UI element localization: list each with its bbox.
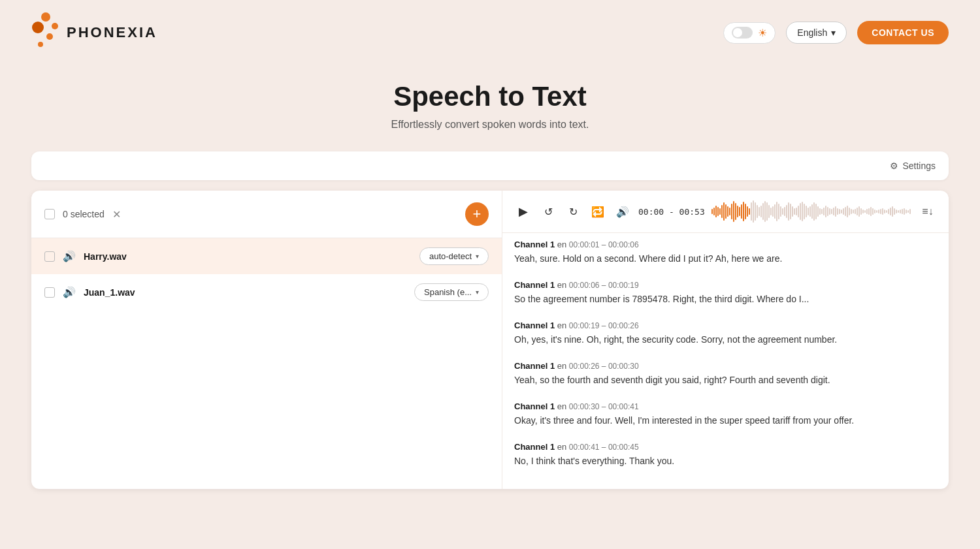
header-right: ☀ English ▾ CONTACT US (723, 21, 949, 44)
transcript-scroll-area[interactable]: Channel 1 en 00:00:01 – 00:00:06 Yeah, s… (502, 233, 949, 489)
header: PHONEXIA ☀ English ▾ CONTACT US (0, 0, 980, 65)
file-item-left: 🔊 Harry.wav (44, 250, 127, 262)
svg-point-3 (46, 33, 53, 40)
audio-file-icon: 🔊 (63, 286, 76, 298)
transcript-entry: Channel 1 en 00:00:41 – 00:00:45 No, I t… (514, 442, 949, 468)
channel-label: Channel 1 (514, 442, 555, 452)
lang-code: en (557, 321, 569, 330)
lang-code: en (557, 442, 569, 452)
transcript-panel: ▶ ↺ ↻ 🔁 🔊 00:00 - 00:53 ≡↓ Channel 1 en … (502, 191, 949, 489)
selected-count: 0 selected (63, 209, 105, 219)
file-item: 🔊 Juan_1.wav Spanish (e... ▾ (31, 274, 502, 310)
settings-bar: ⚙ Settings (31, 151, 949, 180)
channel-label: Channel 1 (514, 240, 555, 249)
time-range: 00:00:30 – 00:00:41 (569, 402, 639, 411)
svg-point-2 (32, 22, 44, 33)
contact-us-button[interactable]: CONTACT US (857, 21, 949, 44)
transcript-meta: Channel 1 en 00:00:01 – 00:00:06 (514, 240, 937, 249)
transcript-text: So the agreement number is 7895478. Righ… (514, 292, 937, 306)
clear-selection-icon[interactable]: ✕ (112, 208, 121, 221)
lang-code: en (557, 280, 569, 290)
file-checkbox-0[interactable] (44, 251, 55, 262)
forward-button[interactable]: ↻ (564, 202, 582, 221)
audio-controls: ▶ ↺ ↻ 🔁 🔊 00:00 - 00:53 ≡↓ (502, 191, 949, 233)
transcript-meta: Channel 1 en 00:00:19 – 00:00:26 (514, 321, 937, 330)
sun-icon: ☀ (758, 27, 767, 39)
file-name-1: Juan_1.wav (84, 287, 135, 298)
waveform (711, 200, 912, 223)
toggle-switch (732, 27, 753, 39)
transcript-entry: Channel 1 en 00:00:06 – 00:00:19 So the … (514, 280, 949, 306)
file-panel-header: 0 selected ✕ + (31, 191, 502, 238)
play-button[interactable]: ▶ (514, 202, 532, 221)
add-file-button[interactable]: + (465, 202, 489, 226)
file-checkbox-1[interactable] (44, 287, 55, 298)
lang-badge-0[interactable]: auto-detect ▾ (419, 247, 489, 265)
logo-icon (31, 10, 60, 55)
svg-point-4 (38, 42, 43, 47)
select-all-checkbox[interactable] (44, 209, 55, 219)
transcript-text: Yeah, sure. Hold on a second. Where did … (514, 252, 937, 266)
volume-button[interactable]: 🔊 (613, 202, 632, 221)
svg-point-0 (41, 12, 50, 22)
channel-label: Channel 1 (514, 401, 555, 411)
page-subtitle: Effortlessly convert spoken words into t… (0, 119, 980, 131)
gear-icon: ⚙ (890, 161, 898, 171)
time-range: 00:00:19 – 00:00:26 (569, 321, 639, 330)
transcript-text: No, I think that's everything. Thank you… (514, 454, 937, 468)
chevron-down-icon-1: ▾ (476, 289, 479, 296)
sort-button[interactable]: ≡↓ (919, 202, 937, 221)
settings-label: Settings (902, 161, 936, 171)
channel-label: Channel 1 (514, 361, 555, 371)
transcript-entry: Channel 1 en 00:00:01 – 00:00:06 Yeah, s… (514, 240, 949, 266)
transcript-meta: Channel 1 en 00:00:30 – 00:00:41 (514, 401, 937, 411)
file-item: 🔊 Harry.wav auto-detect ▾ (31, 238, 502, 274)
time-range: 00:00:06 – 00:00:19 (569, 281, 639, 290)
settings-button[interactable]: ⚙ Settings (890, 161, 936, 171)
rewind-button[interactable]: ↺ (539, 202, 557, 221)
language-label: English (797, 27, 827, 38)
transcript-text: Yeah, so the fourth and seventh digit yo… (514, 373, 937, 387)
hero-section: Speech to Text Effortlessly convert spok… (0, 65, 980, 151)
logo-area: PHONEXIA (31, 10, 157, 55)
file-panel: 0 selected ✕ + 🔊 Harry.wav auto-detect ▾… (31, 191, 502, 489)
theme-toggle-button[interactable]: ☀ (723, 22, 776, 44)
file-name-0: Harry.wav (84, 251, 127, 262)
time-display: 00:00 - 00:53 (638, 207, 705, 217)
chevron-down-icon: ▾ (831, 27, 836, 38)
time-range: 00:00:41 – 00:00:45 (569, 443, 639, 452)
transcript-entry: Channel 1 en 00:00:30 – 00:00:41 Okay, i… (514, 401, 949, 428)
language-select[interactable]: English ▾ (786, 22, 847, 44)
channel-label: Channel 1 (514, 280, 555, 290)
lang-label-1: Spanish (e... (424, 287, 472, 297)
time-range: 00:00:01 – 00:00:06 (569, 240, 639, 249)
channel-label: Channel 1 (514, 321, 555, 330)
transcript-entry: Channel 1 en 00:00:26 – 00:00:30 Yeah, s… (514, 361, 949, 387)
lang-code: en (557, 240, 569, 249)
lang-code: en (557, 361, 569, 371)
lang-badge-1[interactable]: Spanish (e... ▾ (414, 283, 489, 301)
page-title: Speech to Text (0, 81, 980, 112)
transcript-text: Okay, it's three and four. Well, I'm int… (514, 414, 937, 428)
svg-point-1 (52, 23, 58, 29)
transcript-meta: Channel 1 en 00:00:26 – 00:00:30 (514, 361, 937, 371)
audio-file-icon: 🔊 (63, 250, 76, 262)
lang-label-0: auto-detect (429, 251, 472, 261)
time-range: 00:00:26 – 00:00:30 (569, 362, 639, 371)
main-content: 0 selected ✕ + 🔊 Harry.wav auto-detect ▾… (31, 191, 949, 489)
transcript-meta: Channel 1 en 00:00:41 – 00:00:45 (514, 442, 937, 452)
chevron-down-icon-0: ▾ (476, 253, 479, 260)
selected-info: 0 selected ✕ (44, 208, 121, 221)
file-item-left: 🔊 Juan_1.wav (44, 286, 135, 298)
loop-button[interactable]: 🔁 (589, 202, 607, 221)
transcript-entry: Channel 1 en 00:00:19 – 00:00:26 Oh, yes… (514, 321, 949, 347)
transcript-meta: Channel 1 en 00:00:06 – 00:00:19 (514, 280, 937, 290)
lang-code: en (557, 401, 569, 411)
logo-text: PHONEXIA (67, 24, 157, 41)
transcript-text: Oh, yes, it's nine. Oh, right, the secur… (514, 333, 937, 347)
